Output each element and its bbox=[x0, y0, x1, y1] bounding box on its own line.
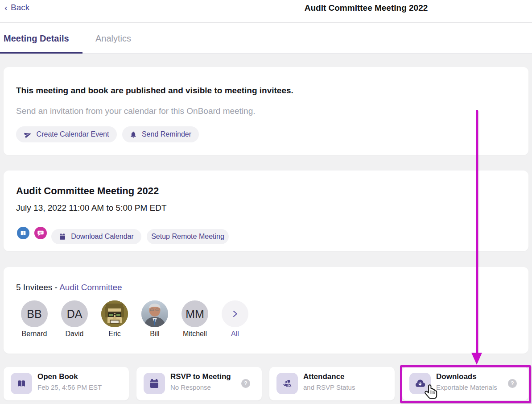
all-label: All bbox=[214, 330, 256, 338]
tab-bar: Meeting Details Analytics bbox=[0, 23, 532, 54]
chevron-right-icon bbox=[231, 310, 239, 318]
tab-analytics-label: Analytics bbox=[95, 33, 131, 43]
open-book-icon bbox=[16, 378, 27, 389]
all-invitees-button[interactable] bbox=[222, 300, 248, 327]
attendance-card-icon-box bbox=[276, 373, 298, 394]
downloads-subtitle: Exportable Materials bbox=[436, 383, 497, 391]
open-book-title: Open Book bbox=[37, 372, 78, 381]
meeting-title: Audit Committee Meeting 2022 bbox=[16, 185, 159, 197]
invitees-heading: 5 Invitees - Audit Committee bbox=[16, 283, 122, 292]
avatar-initials: BB bbox=[27, 308, 41, 321]
invitees-card: 5 Invitees - Audit Committee BB DA bbox=[4, 267, 528, 354]
open-book-icon bbox=[20, 229, 27, 237]
photo-avatar-image bbox=[141, 300, 168, 327]
open-book-card-icon-box bbox=[11, 373, 32, 394]
avatar-mitchell[interactable]: MM bbox=[181, 300, 208, 327]
downloads-card[interactable]: Downloads Exportable Materials ? bbox=[402, 367, 528, 400]
tab-analytics[interactable]: Analytics bbox=[95, 33, 131, 44]
setup-remote-meeting-button[interactable]: Setup Remote Meeting bbox=[147, 229, 229, 244]
calendar-icon bbox=[149, 378, 160, 389]
attendance-card[interactable]: Attendance and RSVP Status bbox=[269, 367, 395, 400]
publish-subtext: Send an invitation from your calendar fo… bbox=[16, 106, 256, 116]
rsvp-subtitle: No Response bbox=[170, 383, 211, 391]
page-title: Audit Committee Meeting 2022 bbox=[305, 3, 428, 13]
invitees-count: 5 Invitees - bbox=[16, 283, 58, 292]
rsvp-card-icon-box bbox=[144, 373, 165, 394]
rsvp-help-icon[interactable]: ? bbox=[241, 379, 250, 388]
open-book-badge-button[interactable] bbox=[17, 227, 29, 239]
download-cloud-icon bbox=[414, 378, 426, 389]
invitee-name: Bill bbox=[133, 330, 176, 338]
back-button[interactable]: ‹ Back bbox=[4, 3, 29, 12]
back-label: Back bbox=[11, 3, 29, 12]
publish-status-card: This meeting and book are published and … bbox=[4, 67, 528, 155]
send-reminder-label: Send Reminder bbox=[142, 130, 191, 138]
bell-icon bbox=[130, 131, 137, 138]
rsvp-card[interactable]: RSVP to Meeting No Response ? bbox=[136, 367, 262, 400]
tab-meeting-details-label: Meeting Details bbox=[4, 33, 69, 43]
download-calendar-button[interactable]: Download Calendar bbox=[51, 229, 141, 244]
invitee-name: Eric bbox=[93, 330, 136, 338]
invitees-group-link[interactable]: Audit Committee bbox=[59, 283, 122, 292]
avatar-david[interactable]: DA bbox=[61, 300, 88, 327]
download-calendar-label: Download Calendar bbox=[71, 233, 134, 241]
pixel-face-avatar-image bbox=[101, 300, 128, 327]
create-calendar-event-button[interactable]: Create Calendar Event bbox=[16, 126, 117, 142]
downloads-title: Downloads bbox=[436, 372, 477, 381]
chat-badge-button[interactable] bbox=[34, 227, 47, 239]
annotation-arrow-head bbox=[471, 353, 482, 365]
avatar-bill[interactable] bbox=[141, 300, 168, 327]
avatar-initials: DA bbox=[67, 308, 82, 321]
chat-bubble-icon bbox=[37, 229, 44, 237]
paper-plane-icon bbox=[24, 131, 32, 138]
meeting-summary-card: Audit Committee Meeting 2022 July 13, 20… bbox=[4, 171, 528, 251]
top-bar: ‹ Back Audit Committee Meeting 2022 bbox=[0, 0, 532, 23]
attendance-subtitle: and RSVP Status bbox=[303, 383, 355, 391]
open-book-subtitle: Feb 25, 4:56 PM EST bbox=[37, 383, 102, 391]
attendance-people-icon bbox=[281, 378, 293, 389]
rsvp-title: RSVP to Meeting bbox=[170, 372, 231, 381]
open-book-card[interactable]: Open Book Feb 25, 4:56 PM EST bbox=[4, 367, 129, 400]
invitee-name: Bernard bbox=[13, 330, 56, 338]
avatar-initials: MM bbox=[186, 308, 204, 321]
avatar-eric[interactable] bbox=[101, 300, 128, 327]
avatar-bernard[interactable]: BB bbox=[21, 300, 48, 327]
calendar-icon bbox=[59, 233, 66, 240]
active-tab-indicator bbox=[0, 52, 82, 54]
tab-meeting-details[interactable]: Meeting Details bbox=[4, 33, 69, 44]
chevron-left-icon: ‹ bbox=[4, 3, 8, 12]
meeting-datetime: July 13, 2022 11:00 AM to 5:00 PM EDT bbox=[16, 203, 167, 213]
send-reminder-button[interactable]: Send Reminder bbox=[122, 126, 199, 142]
invitee-name: Mitchell bbox=[173, 330, 216, 338]
setup-remote-meeting-label: Setup Remote Meeting bbox=[151, 233, 224, 241]
downloads-card-icon-box bbox=[409, 373, 431, 394]
publish-headline: This meeting and book are published and … bbox=[16, 86, 293, 96]
attendance-title: Attendance bbox=[303, 372, 345, 381]
invitee-name: David bbox=[53, 330, 96, 338]
create-calendar-event-label: Create Calendar Event bbox=[37, 130, 109, 138]
downloads-help-icon[interactable]: ? bbox=[508, 379, 517, 388]
